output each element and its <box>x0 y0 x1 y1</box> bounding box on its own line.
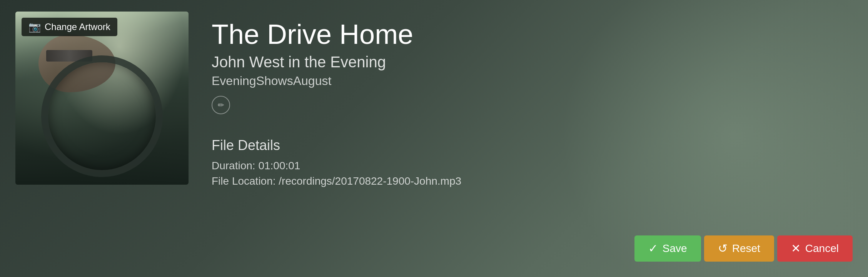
file-details-title: File Details <box>212 137 830 154</box>
artwork-section: 📷 Change Artwork <box>15 12 189 185</box>
track-title: The Drive Home <box>212 19 830 50</box>
file-location-row: File Location: /recordings/20170822-1900… <box>212 175 830 187</box>
artwork-image <box>15 12 189 185</box>
change-artwork-label: Change Artwork <box>45 22 110 32</box>
camera-icon: 📷 <box>28 22 41 32</box>
duration-row: Duration: 01:00:01 <box>212 160 830 172</box>
hand-decoration <box>38 35 115 92</box>
change-artwork-button[interactable]: 📷 Change Artwork <box>22 18 117 36</box>
pencil-icon: ✏ <box>218 100 224 110</box>
file-details-section: File Details Duration: 01:00:01 File Loc… <box>212 137 830 190</box>
edit-button[interactable]: ✏ <box>212 96 230 114</box>
main-container: 📷 Change Artwork The Drive Home John Wes… <box>0 0 868 277</box>
playlist-name: EveningShowsAugust <box>212 74 830 88</box>
watch-decoration <box>46 50 92 62</box>
info-section: The Drive Home John West in the Evening … <box>189 12 853 198</box>
show-name: John West in the Evening <box>212 53 830 71</box>
